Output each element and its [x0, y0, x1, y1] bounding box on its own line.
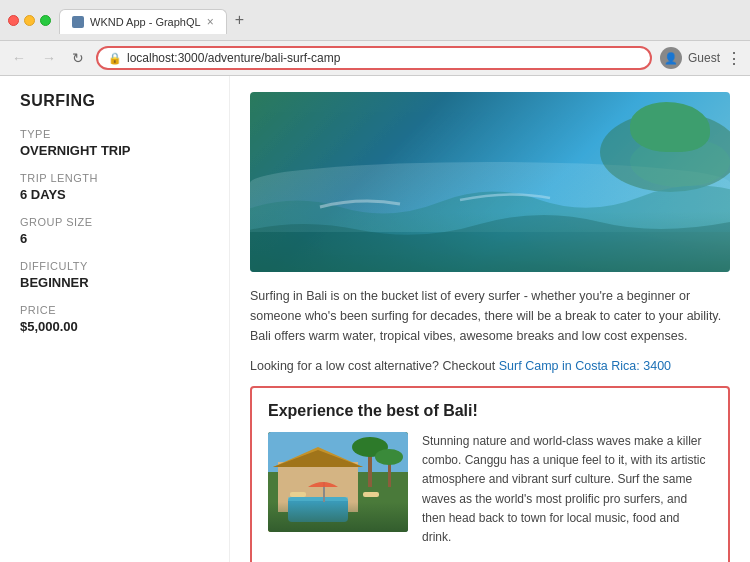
new-tab-button[interactable]: +	[227, 6, 252, 34]
promo-upper: Stunning nature and world-class waves ma…	[268, 432, 712, 547]
address-bar-row: ← → ↻ 🔒 localhost:3000/adventure/bali-su…	[0, 41, 750, 76]
minimize-button[interactable]	[24, 15, 35, 26]
checkout-link[interactable]: Surf Camp in Costa Rica: 3400	[499, 359, 671, 373]
maximize-button[interactable]	[40, 15, 51, 26]
svg-rect-12	[290, 492, 306, 497]
difficulty-label: DIFFICULTY	[20, 260, 209, 272]
lock-icon: 🔒	[108, 52, 122, 65]
traffic-lights	[8, 15, 51, 26]
group-size-label: GROUP SIZE	[20, 216, 209, 228]
promo-image	[268, 432, 408, 532]
browser-controls-right: 👤 Guest ⋮	[660, 47, 742, 69]
address-bar-text: localhost:3000/adventure/bali-surf-camp	[127, 51, 340, 65]
browser-titlebar: WKND App - GraphQL × +	[8, 6, 742, 34]
promo-box: Experience the best of Bali!	[250, 386, 730, 562]
main-content: Surfing in Bali is on the bucket list of…	[230, 76, 750, 562]
svg-rect-13	[363, 492, 379, 497]
group-size-value: 6	[20, 231, 209, 246]
promo-title: Experience the best of Bali!	[268, 402, 712, 420]
tab-title: WKND App - GraphQL	[90, 16, 201, 28]
address-bar[interactable]: 🔒 localhost:3000/adventure/bali-surf-cam…	[96, 46, 652, 70]
tab-favicon	[72, 16, 84, 28]
trip-length-value: 6 DAYS	[20, 187, 209, 202]
close-button[interactable]	[8, 15, 19, 26]
back-button[interactable]: ←	[8, 48, 30, 68]
promo-description: Stunning nature and world-class waves ma…	[422, 432, 712, 547]
price-value: $5,000.00	[20, 319, 209, 334]
browser-chrome: WKND App - GraphQL × +	[0, 0, 750, 41]
sidebar-difficulty: DIFFICULTY BEGINNER	[20, 260, 209, 290]
svg-point-1	[630, 137, 730, 187]
price-label: PRICE	[20, 304, 209, 316]
checkout-text: Looking for a low cost alternative? Chec…	[250, 356, 730, 376]
tab-close-button[interactable]: ×	[207, 15, 214, 29]
browser-tabs: WKND App - GraphQL × +	[59, 6, 252, 34]
reload-button[interactable]: ↻	[68, 48, 88, 68]
user-avatar[interactable]: 👤	[660, 47, 682, 69]
sidebar-trip-length: TRIP LENGTH 6 DAYS	[20, 172, 209, 202]
adventure-title: SURFING	[20, 92, 209, 110]
svg-point-7	[375, 449, 403, 465]
sidebar-type: TYPE OVERNIGHT TRIP	[20, 128, 209, 158]
user-label: Guest	[688, 51, 720, 65]
hero-image	[250, 92, 730, 272]
type-value: OVERNIGHT TRIP	[20, 143, 209, 158]
page-container: SURFING TYPE OVERNIGHT TRIP TRIP LENGTH …	[0, 76, 750, 562]
menu-icon[interactable]: ⋮	[726, 49, 742, 68]
forward-button[interactable]: →	[38, 48, 60, 68]
svg-rect-10	[288, 497, 348, 501]
description-text: Surfing in Bali is on the bucket list of…	[250, 286, 730, 346]
sidebar-price: PRICE $5,000.00	[20, 304, 209, 334]
sidebar: SURFING TYPE OVERNIGHT TRIP TRIP LENGTH …	[0, 76, 230, 562]
sidebar-group-size: GROUP SIZE 6	[20, 216, 209, 246]
type-label: TYPE	[20, 128, 209, 140]
difficulty-value: BEGINNER	[20, 275, 209, 290]
trip-length-label: TRIP LENGTH	[20, 172, 209, 184]
active-tab[interactable]: WKND App - GraphQL ×	[59, 9, 227, 34]
